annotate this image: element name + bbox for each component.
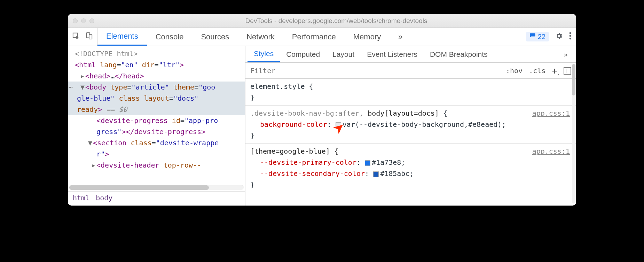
- svg-point-2: [570, 32, 571, 34]
- device-toggle-icon[interactable]: [85, 32, 93, 41]
- svg-point-4: [570, 38, 571, 39]
- menu-kebab-icon[interactable]: [569, 32, 571, 42]
- source-link[interactable]: app.css:1: [532, 146, 570, 157]
- devsite-header-node[interactable]: ▸<devsite-header top-row--: [68, 160, 245, 171]
- zoom-dot[interactable]: [89, 18, 94, 23]
- dom-hscroll[interactable]: [69, 185, 244, 190]
- source-link[interactable]: app.css:1: [532, 108, 570, 119]
- rule-element-style[interactable]: element.style { }: [245, 79, 576, 106]
- tabs-overflow-icon[interactable]: »: [390, 28, 411, 46]
- color-swatch[interactable]: [373, 171, 379, 177]
- tab-sources[interactable]: Sources: [192, 28, 238, 46]
- svg-rect-1: [89, 34, 92, 39]
- close-dot[interactable]: [73, 18, 78, 23]
- styles-filter-row: Filter :hov .cls +: [245, 63, 576, 79]
- tab-styles[interactable]: Styles: [248, 46, 280, 62]
- rule-theme-google-blue[interactable]: app.css:1 [theme=google-blue] { --devsit…: [245, 144, 576, 192]
- tab-elements[interactable]: Elements: [97, 28, 147, 46]
- issues-icon: [529, 33, 536, 41]
- tab-console[interactable]: Console: [147, 28, 193, 46]
- window-traffic-lights[interactable]: [73, 18, 94, 23]
- window-title: DevTools - developers.google.com/web/too…: [101, 17, 571, 25]
- breadcrumb-body[interactable]: body: [96, 194, 112, 202]
- body-node-selected-line3[interactable]: ready> == $0: [68, 104, 245, 115]
- devsite-progress-node[interactable]: <devsite-progress id="app-pro: [68, 115, 245, 126]
- styles-pane: Styles Computed Layout Event Listeners D…: [245, 46, 576, 206]
- head-node[interactable]: ▸<head>…</head>: [68, 70, 245, 82]
- minimize-dot[interactable]: [81, 18, 86, 23]
- html-node[interactable]: <html lang="en" dir="ltr">: [68, 59, 245, 70]
- hov-toggle[interactable]: :hov: [506, 67, 523, 75]
- toggle-sidebar-icon[interactable]: [564, 67, 571, 75]
- issues-count: 22: [538, 33, 545, 41]
- tab-network[interactable]: Network: [238, 28, 283, 46]
- elements-tree-pane: <!DOCTYPE html> <html lang="en" dir="ltr…: [68, 46, 245, 206]
- tab-dom-breakpoints[interactable]: DOM Breakpoints: [424, 46, 494, 62]
- devtools-window: DevTools - developers.google.com/web/too…: [68, 14, 576, 206]
- dom-tree[interactable]: <!DOCTYPE html> <html lang="en" dir="ltr…: [68, 46, 245, 185]
- styles-filter-input[interactable]: Filter: [245, 67, 501, 75]
- main-toolbar: Elements Console Sources Network Perform…: [68, 28, 576, 46]
- body-node-selected-line2[interactable]: gle-blue" class layout="docs": [68, 93, 245, 104]
- cls-toggle[interactable]: .cls: [529, 67, 545, 75]
- section-node-l2[interactable]: r">: [68, 148, 245, 160]
- breadcrumb: html body: [68, 191, 245, 206]
- styles-vscroll[interactable]: [572, 64, 575, 203]
- breadcrumb-html[interactable]: html: [73, 194, 89, 202]
- tab-memory[interactable]: Memory: [345, 28, 390, 46]
- settings-icon[interactable]: [555, 32, 563, 42]
- doctype-node[interactable]: <!DOCTYPE html>: [75, 49, 138, 58]
- issues-badge[interactable]: 22: [526, 32, 549, 41]
- rule-body-layout-docs[interactable]: app.css:1 .devsite-book-nav-bg:after, bo…: [245, 106, 576, 144]
- tab-layout[interactable]: Layout: [326, 46, 361, 62]
- color-swatch[interactable]: [365, 160, 370, 166]
- svg-point-3: [570, 35, 571, 37]
- tab-computed[interactable]: Computed: [280, 46, 326, 62]
- titlebar: DevTools - developers.google.com/web/too…: [68, 14, 576, 28]
- section-node[interactable]: ▼<section class="devsite-wrappe: [68, 137, 245, 148]
- main-tabs: Elements Console Sources Network Perform…: [97, 28, 411, 46]
- new-style-rule-icon[interactable]: +: [552, 66, 557, 75]
- tab-performance[interactable]: Performance: [283, 28, 345, 46]
- color-swatch[interactable]: [336, 122, 341, 128]
- devsite-progress-node-l2[interactable]: gress"></devsite-progress>: [68, 126, 245, 137]
- style-rules: element.style { } app.css:1 .devsite-boo…: [245, 79, 576, 192]
- tab-event-listeners[interactable]: Event Listeners: [361, 46, 424, 62]
- body-node-selected[interactable]: ⋯▼<body type="article" theme="goo: [68, 82, 245, 93]
- styles-tabs-overflow-icon[interactable]: »: [557, 46, 574, 62]
- inspect-element-icon[interactable]: [72, 32, 80, 41]
- styles-tabs: Styles Computed Layout Event Listeners D…: [245, 46, 576, 63]
